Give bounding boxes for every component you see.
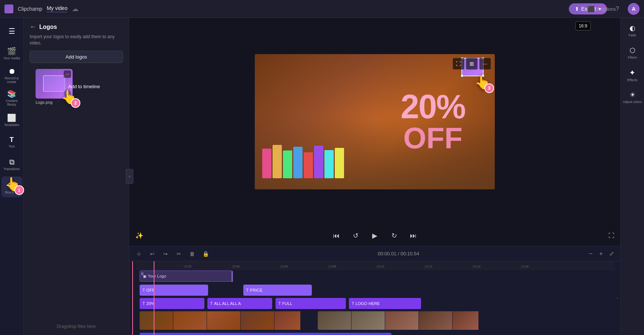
timeline-area: ⊹ ↩ ↪ ✂ 🗑 🔒 00:00.01 / 00:10.54: [129, 246, 620, 335]
sidebar-item-your-media[interactable]: 🎬 Your media: [1, 43, 22, 64]
text-label-20: 20%: [146, 301, 154, 306]
video-thumb-4: [241, 311, 274, 330]
timeline-pointer-tool[interactable]: ⊹: [134, 249, 144, 259]
redo-icon: ↪: [163, 251, 168, 257]
content-library-icon: 📚: [7, 89, 16, 98]
sidebar-item-record[interactable]: ⏺ Record & create: [1, 65, 22, 86]
sidebar-item-transitions[interactable]: ⧉ Transitions: [1, 154, 22, 175]
timeline-tracks[interactable]: 0:02 0:04 0:06 0:08: [136, 261, 614, 335]
text-clip-off[interactable]: T OFF: [140, 285, 208, 296]
preview-crop-button[interactable]: ⛶: [453, 58, 464, 70]
add-logos-button[interactable]: Add logos: [30, 51, 123, 63]
forward-button[interactable]: ↻: [387, 229, 401, 242]
timeline-expand-button[interactable]: ⤢: [607, 249, 616, 258]
hamburger-icon: ☰: [9, 27, 15, 36]
text-clip-20[interactable]: T 20%: [140, 298, 204, 309]
timeline-delete-button[interactable]: 🗑: [187, 249, 197, 259]
export-icon: ⬆: [575, 6, 579, 12]
captions-button[interactable]: ⬛ Captions: [583, 0, 620, 18]
sync-icon: ☁: [72, 5, 79, 13]
rewind-icon: ↺: [353, 232, 358, 240]
add-logos-label: Add logos: [66, 54, 87, 60]
music-track-clip[interactable]: ♫ Destination Happiness (30 Seconds Vers…: [140, 333, 391, 335]
preview-more-button[interactable]: ···: [479, 58, 491, 70]
video-track-row: [136, 310, 614, 332]
right-properties-panel: ◐ Fade ⬡ Filters ✦ Effects ☀ Adjust colo…: [620, 18, 644, 335]
preview-fit-button[interactable]: ⊞: [466, 58, 478, 70]
logo-item-container: ··· + Logo.png Add to timeline 👆 2: [24, 69, 129, 105]
skip-forward-button[interactable]: ⏭: [407, 229, 420, 242]
timeline-redo-button[interactable]: ↪: [160, 249, 171, 259]
timeline-left-gutter: [129, 261, 136, 335]
pause-indicator: ⏸: [140, 271, 144, 276]
expand-icon: ⤢: [609, 250, 614, 257]
timeline-undo-button[interactable]: ↩: [147, 249, 157, 259]
fullscreen-button[interactable]: ⛶: [608, 232, 614, 239]
panel-description: Import your logos to easily add them to …: [24, 34, 129, 51]
record-label: Record & create: [1, 77, 22, 84]
ruler-mark-010: 0:10: [377, 261, 384, 269]
your-media-label: Your media: [3, 57, 20, 60]
video-track-clip-2[interactable]: [318, 311, 494, 330]
preview-area: 20% OFF 👆 3: [129, 18, 620, 225]
text-icon-off: T: [143, 288, 145, 292]
text-label-all: ALL ALL ALL A: [214, 301, 241, 306]
rewind-button[interactable]: ↺: [349, 229, 362, 242]
text-clip-logo-here[interactable]: T LOGO HERE: [349, 298, 421, 309]
text-label-full: FULL: [282, 301, 292, 306]
right-panel-fade[interactable]: ◐ Fade: [623, 21, 642, 40]
skip-back-button[interactable]: ⏮: [330, 229, 343, 242]
sidebar-item-brand-kit[interactable]: 🏷 Brand kit: [1, 176, 22, 197]
right-panel-effects[interactable]: ✦ Effects: [623, 65, 642, 84]
avatar-initial: A: [632, 6, 635, 12]
logo-track-clip[interactable]: ▣ Your Logo: [140, 271, 232, 282]
main-area: ☰ 🎬 Your media ⏺ Record & create 📚 Conte…: [0, 18, 644, 335]
topbar: Clipchamp My video ☁ ⬛ Captions ⬆ Export…: [0, 0, 644, 18]
add-to-timeline-label: Add to timeline: [68, 84, 100, 89]
resize-handle-bl[interactable]: [461, 74, 464, 77]
timeline-split-button[interactable]: ✂: [174, 249, 184, 259]
video-track-clip-1[interactable]: [140, 311, 316, 330]
logo-clip-end-handle[interactable]: [231, 271, 233, 282]
preview-video: 20% OFF 👆 3: [255, 54, 495, 189]
zoom-out-button[interactable]: −: [586, 249, 595, 258]
back-button[interactable]: ←: [30, 23, 36, 31]
sidebar-item-content-library[interactable]: 📚 Content library: [1, 87, 22, 108]
text-label-price: PRICE: [250, 288, 263, 292]
logo-more-button[interactable]: ···: [64, 70, 71, 78]
video-title[interactable]: My video: [47, 5, 67, 12]
video-thumb-10: [453, 311, 478, 330]
text-label-off: OFF: [146, 288, 154, 292]
fade-label: Fade: [628, 33, 636, 37]
sidebar-item-text[interactable]: T Text: [1, 132, 22, 153]
icon-sidebar: ☰ 🎬 Your media ⏺ Record & create 📚 Conte…: [0, 18, 24, 335]
magic-wand-button[interactable]: ✨: [135, 232, 143, 240]
timeline-lock-button[interactable]: 🔒: [200, 249, 211, 259]
preview-top-controls: ⛶ ⊞ ···: [453, 58, 491, 70]
logo-add-button[interactable]: +: [64, 90, 71, 97]
text-clip-full[interactable]: T FULL: [276, 298, 346, 309]
sidebar-item-templates[interactable]: ⬜ Templates: [1, 110, 22, 130]
logo-thumbnail: ··· +: [36, 69, 73, 99]
zoom-in-button[interactable]: +: [597, 249, 605, 258]
video-thumb-2: [173, 311, 207, 330]
brand-kit-label: Brand kit: [5, 191, 19, 195]
sidebar-hamburger[interactable]: ☰: [1, 21, 22, 42]
right-panel-filters[interactable]: ⬡ Filters: [623, 43, 642, 62]
captions-icon: ⬛: [587, 6, 595, 13]
music-track-row: ♫ Destination Happiness (30 Seconds Vers…: [136, 332, 614, 335]
text-clip-all[interactable]: T ALL ALL ALL A: [207, 298, 272, 309]
panel-collapse-button[interactable]: ‹: [126, 169, 133, 184]
logo-item[interactable]: ··· + Logo.png: [36, 69, 73, 105]
user-avatar[interactable]: A: [628, 3, 640, 15]
text-clip-price[interactable]: T PRICE: [243, 285, 312, 296]
effects-label: Effects: [627, 78, 637, 82]
right-panel-adjust-colors[interactable]: ☀ Adjust colors: [623, 87, 642, 107]
ruler-mark-014: 0:14: [473, 261, 481, 269]
content-library-label: Content library: [1, 99, 22, 107]
timeline-scroll-arrow[interactable]: ‹: [617, 296, 618, 300]
timeline-right-gutter: ‹: [614, 261, 620, 335]
resize-handle-br[interactable]: [481, 74, 484, 77]
play-button[interactable]: ▶: [368, 229, 381, 242]
filters-label: Filters: [628, 56, 637, 59]
